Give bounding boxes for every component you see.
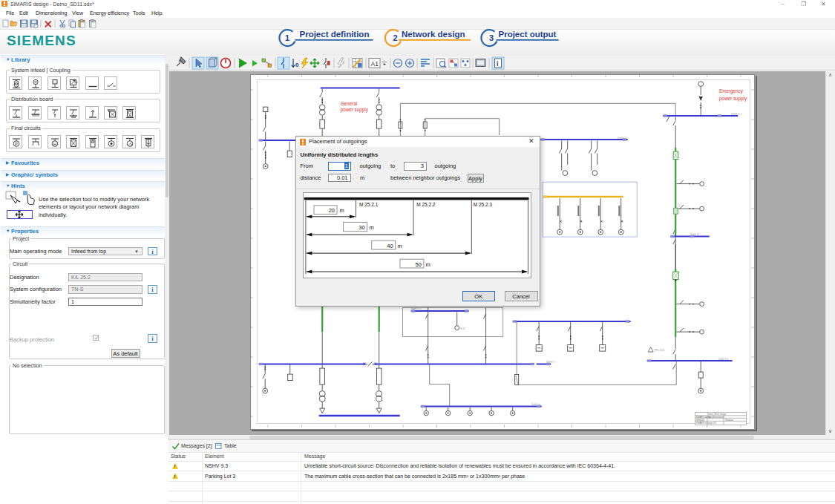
svg-text:30: 30	[358, 224, 364, 231]
svg-text:50: 50	[415, 261, 421, 268]
svg-text:Project output: Project output	[499, 30, 557, 39]
svg-text:Network design: Network design	[402, 30, 465, 39]
svg-text:0: 0	[295, 62, 299, 68]
svg-text:PFC 25.6: PFC 25.6	[655, 349, 665, 352]
svg-text:40: 40	[387, 243, 393, 249]
svg-text:M 25: M 25	[460, 327, 465, 330]
svg-text:SubD lot: SubD lot	[531, 403, 540, 406]
svg-text:SubD 7.1: SubD 7.1	[618, 137, 628, 140]
svg-text:NSHV 9.3: NSHV 9.3	[731, 113, 741, 116]
svg-text:m: m	[425, 261, 430, 268]
svg-text:General: General	[341, 101, 357, 106]
svg-text:Emergency: Emergency	[719, 88, 744, 94]
svg-text:m: m	[339, 207, 344, 214]
svg-text:2: 2	[393, 33, 398, 42]
svg-text:power supply: power supply	[341, 107, 369, 113]
svg-text:NSHV 3: NSHV 3	[546, 361, 555, 364]
svg-text:Project definition: Project definition	[300, 30, 370, 39]
svg-text:page 1/1: page 1/1	[708, 422, 716, 425]
svg-text:M 25.2.1: M 25.2.1	[359, 202, 379, 207]
svg-text:Siemens: Siemens	[725, 419, 733, 422]
svg-text:SubD 25: SubD 25	[690, 233, 700, 236]
svg-text:m: m	[397, 243, 402, 249]
svg-text:SubD 9.3: SubD 9.3	[718, 358, 729, 361]
svg-text:H: H	[53, 142, 56, 146]
svg-text:P: P	[15, 142, 18, 146]
svg-text:1: 1	[285, 33, 289, 42]
svg-text:NSHV 3.1: NSHV 3.1	[411, 307, 422, 310]
svg-text:20: 20	[328, 207, 334, 214]
svg-text:Not dimensioned: Not dimensioned	[708, 416, 724, 419]
svg-text:3: 3	[489, 33, 494, 42]
svg-text:A1: A1	[371, 60, 379, 68]
svg-text:i: i	[497, 60, 499, 68]
svg-text:SIMARIS 6.0: SIMARIS 6.0	[696, 422, 709, 425]
svg-text:M 25.2.3: M 25.2.3	[473, 202, 492, 207]
svg-text:power supply: power supply	[719, 96, 747, 102]
svg-text:m: m	[369, 224, 373, 231]
svg-text:M 25.2.2: M 25.2.2	[416, 202, 436, 207]
